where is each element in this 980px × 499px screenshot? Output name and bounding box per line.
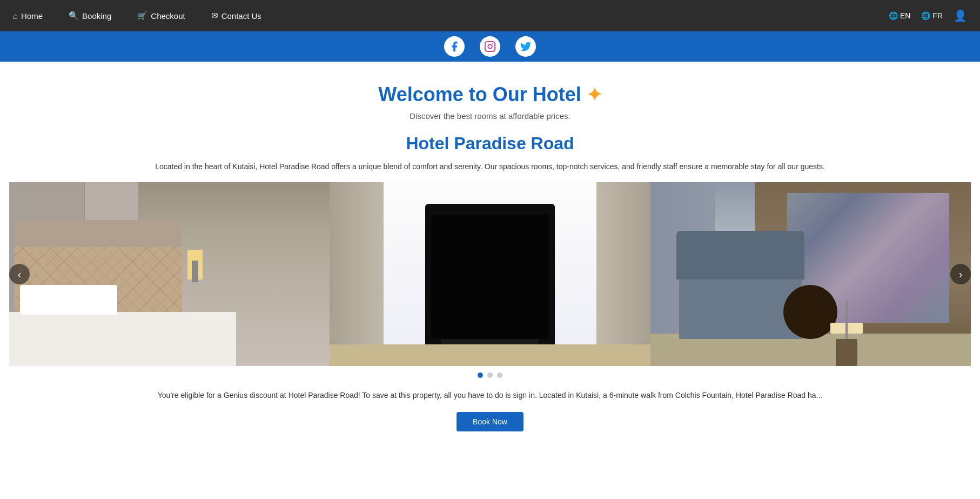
nav-checkout[interactable]: 🛒 Checkout: [137, 11, 185, 21]
facebook-icon: [448, 41, 460, 52]
hero-title: Welcome to Our Hotel ✦: [13, 83, 967, 106]
twitter-button[interactable]: [515, 36, 536, 57]
nav-right: 🌐 EN 🌐 FR 👤: [889, 9, 967, 22]
hero-title-text: Welcome to Our Hotel: [378, 83, 581, 105]
carousel-inner: [9, 182, 971, 366]
home-icon: ⌂: [13, 11, 18, 21]
lang-en[interactable]: 🌐 EN: [889, 11, 910, 20]
checkout-label: Checkout: [151, 11, 185, 21]
hero-subtitle: Discover the best rooms at affordable pr…: [13, 111, 967, 121]
carousel-prev-button[interactable]: ‹: [9, 264, 30, 284]
nav-contact[interactable]: ✉ Contact Us: [211, 11, 261, 21]
hero-section: Welcome to Our Hotel ✦ Discover the best…: [0, 62, 980, 172]
carousel-slide-1: [9, 182, 330, 366]
cta-area: Book Now: [0, 412, 980, 431]
svg-point-1: [488, 44, 492, 48]
carousel-dot-3[interactable]: [497, 372, 502, 378]
lang-fr[interactable]: 🌐 FR: [921, 11, 943, 20]
facebook-button[interactable]: [444, 36, 465, 57]
nav-home[interactable]: ⌂ Home: [13, 11, 43, 21]
envelope-icon: ✉: [211, 11, 218, 21]
lang-en-label: EN: [900, 11, 910, 20]
carousel-slide-2: [330, 182, 650, 366]
instagram-icon: [484, 41, 496, 52]
carousel-next-button[interactable]: ›: [950, 264, 971, 284]
booking-label: Booking: [82, 11, 111, 21]
cta-button[interactable]: Book Now: [457, 412, 523, 431]
star-icon: ✦: [587, 84, 602, 105]
globe-icon-fr: 🌐: [921, 11, 930, 20]
carousel-dot-2[interactable]: [487, 372, 493, 378]
carousel-slide-3: [650, 182, 971, 366]
hotel-description: Located in the heart of Kutaisi, Hotel P…: [96, 161, 884, 172]
svg-point-2: [492, 43, 493, 44]
bottom-description: You're eligible for a Genius discount at…: [0, 384, 980, 407]
svg-rect-0: [485, 42, 495, 51]
user-icon[interactable]: 👤: [954, 9, 967, 22]
search-icon: 🔍: [69, 11, 79, 21]
carousel-dot-1[interactable]: [478, 372, 483, 378]
lang-fr-label: FR: [932, 11, 943, 20]
nav-left: ⌂ Home 🔍 Booking 🛒 Checkout ✉ Contact Us: [13, 11, 261, 21]
contact-label: Contact Us: [221, 11, 261, 21]
globe-icon-en: 🌐: [889, 11, 898, 20]
carousel: ‹ ›: [9, 182, 971, 366]
cart-icon: 🛒: [137, 11, 147, 21]
instagram-button[interactable]: [480, 36, 500, 57]
hotel-name: Hotel Paradise Road: [13, 134, 967, 154]
social-bar: [0, 31, 980, 62]
navbar: ⌂ Home 🔍 Booking 🛒 Checkout ✉ Contact Us…: [0, 0, 980, 31]
nav-booking[interactable]: 🔍 Booking: [69, 11, 111, 21]
home-label: Home: [21, 11, 43, 21]
twitter-icon: [520, 41, 532, 52]
carousel-dots: [0, 372, 980, 378]
